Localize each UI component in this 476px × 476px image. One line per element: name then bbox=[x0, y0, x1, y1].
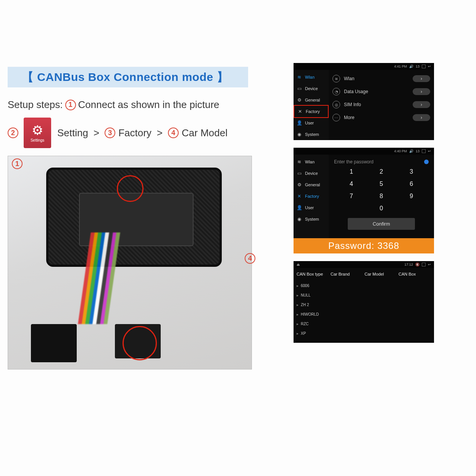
sidebar-item-general[interactable]: ⚙General bbox=[294, 94, 329, 106]
step-marker-1: 1 bbox=[65, 100, 76, 110]
sidebar-item-wlan[interactable]: ≋Wlan bbox=[294, 156, 329, 168]
list-item[interactable]: ▸ZH 2 bbox=[296, 300, 432, 310]
sidebar-item-device[interactable]: ▭Device bbox=[294, 168, 329, 179]
canbox-type-list: ▸6006▸NULL▸ZH 2▸HIWORLD▸RZC▸XP bbox=[294, 279, 434, 343]
device-icon: ▭ bbox=[297, 171, 302, 176]
backspace-icon[interactable] bbox=[424, 160, 429, 164]
step-marker-4: 4 bbox=[168, 127, 179, 138]
separator: > bbox=[94, 127, 99, 139]
more-icon: ⋯ bbox=[332, 114, 340, 121]
tab-car-brand[interactable]: Car Brand bbox=[330, 270, 364, 278]
list-item[interactable]: ▸HIWORLD bbox=[296, 310, 432, 319]
general-icon: ⚙ bbox=[297, 97, 302, 103]
keypad-5[interactable]: 5 bbox=[374, 181, 389, 187]
chevron-right-icon[interactable]: › bbox=[413, 88, 430, 95]
chevron-right-icon[interactable]: › bbox=[413, 114, 430, 121]
wiring-harness-illustration bbox=[78, 232, 152, 324]
sidebar-item-device[interactable]: ▭Device bbox=[294, 83, 329, 94]
keypad-4[interactable]: 4 bbox=[344, 181, 359, 187]
volume-icon: 🔊 bbox=[409, 65, 413, 68]
step4-text: Car Model bbox=[182, 127, 228, 139]
device-icon: ▭ bbox=[297, 86, 302, 91]
confirm-button[interactable]: Confirm bbox=[348, 218, 415, 230]
sidebar-item-user[interactable]: 👤User bbox=[294, 202, 329, 213]
separator: > bbox=[157, 127, 163, 139]
status-badge: 13 bbox=[416, 65, 420, 68]
screenshot-settings-menu: 4:41 PM 🔊 13 ↩ ≋Wlan▭Device⚙General✕Fact… bbox=[294, 63, 434, 140]
step-marker-4-screenshot: 4 bbox=[245, 253, 255, 264]
sidebar-item-label: General bbox=[305, 98, 320, 102]
sidebar-item-label: User bbox=[305, 121, 314, 125]
home-icon[interactable]: ⏏ bbox=[297, 263, 300, 266]
connector-box-1 bbox=[31, 324, 77, 362]
factory-icon: ✕ bbox=[297, 194, 302, 199]
setup-steps-line2: 2 ⚙ Settings Setting > 3 Factory > 4 Car… bbox=[8, 118, 256, 148]
sidebar-item-factory[interactable]: ✕Factory bbox=[294, 190, 329, 202]
status-time: 4:40 PM bbox=[394, 149, 407, 153]
settings-content: ≋Wlan›◔Data Usage›◎SIM Info›⋯More› bbox=[329, 70, 434, 140]
status-time: 4:41 PM bbox=[394, 65, 407, 68]
keypad-9[interactable]: 9 bbox=[404, 193, 419, 200]
row-label: Data Usage bbox=[344, 89, 368, 94]
back-icon[interactable]: ↩ bbox=[428, 149, 431, 153]
keypad-3[interactable]: 3 bbox=[404, 168, 419, 175]
keypad-1[interactable]: 1 bbox=[344, 168, 359, 175]
setup-steps-line1: Setup steps: 1 Connect as shown in the p… bbox=[8, 99, 256, 111]
settings-row-data-usage[interactable]: ◔Data Usage› bbox=[332, 85, 430, 98]
recent-icon[interactable] bbox=[422, 65, 426, 68]
settings-icon-label: Settings bbox=[31, 138, 44, 142]
wlan-icon: ≋ bbox=[297, 74, 302, 80]
keypad-8[interactable]: 8 bbox=[374, 193, 389, 200]
chevron-right-icon[interactable]: › bbox=[413, 101, 430, 108]
sidebar-item-label: System bbox=[305, 217, 319, 221]
tab-car-model[interactable]: Car Model bbox=[364, 270, 398, 278]
chevron-right-icon[interactable]: › bbox=[413, 75, 430, 82]
data-usage-icon: ◔ bbox=[332, 88, 340, 95]
settings-sidebar: ≋Wlan▭Device⚙General✕Factory👤User◉System bbox=[294, 70, 329, 140]
list-item[interactable]: ▸XP bbox=[296, 329, 432, 338]
recent-icon[interactable] bbox=[422, 263, 426, 266]
recent-icon[interactable] bbox=[422, 149, 426, 153]
password-panel: Enter the password 1234567890 Confirm bbox=[329, 155, 434, 238]
sidebar-item-label: Wlan bbox=[305, 160, 315, 164]
keypad-2[interactable]: 2 bbox=[374, 168, 389, 175]
step-marker-3: 3 bbox=[105, 127, 115, 138]
chevron-right-icon: ▸ bbox=[297, 303, 299, 307]
list-item[interactable]: ▸RZC bbox=[296, 319, 432, 329]
settings-row-more[interactable]: ⋯More› bbox=[332, 111, 430, 124]
back-icon[interactable]: ↩ bbox=[428, 65, 431, 68]
sidebar-item-wlan[interactable]: ≋Wlan bbox=[294, 71, 329, 83]
tab-can-box[interactable]: CAN Box bbox=[398, 270, 432, 278]
settings-row-sim-info[interactable]: ◎SIM Info› bbox=[332, 98, 430, 111]
sidebar-item-label: Factory bbox=[305, 194, 319, 198]
sidebar-item-user[interactable]: 👤User bbox=[294, 117, 329, 129]
sim-info-icon: ◎ bbox=[332, 101, 340, 108]
step1-text: Connect as shown in the picture bbox=[78, 99, 219, 111]
keypad-6[interactable]: 6 bbox=[404, 181, 419, 187]
screenshot-canbox-select: ⏏ 17:12 🔇 ↩ CAN Box typeCar BrandCar Mod… bbox=[294, 261, 434, 343]
sidebar-item-system[interactable]: ◉System bbox=[294, 129, 329, 140]
row-label: SIM Info bbox=[344, 102, 361, 107]
keypad-0[interactable]: 0 bbox=[374, 205, 389, 212]
sidebar-item-label: User bbox=[305, 205, 314, 210]
list-item-label: HIWORLD bbox=[301, 312, 319, 316]
keypad-7[interactable]: 7 bbox=[344, 193, 359, 200]
gear-icon: ⚙ bbox=[32, 124, 43, 137]
system-icon: ◉ bbox=[297, 132, 302, 137]
list-item[interactable]: ▸6006 bbox=[296, 281, 432, 290]
tab-can-box-type[interactable]: CAN Box type bbox=[296, 270, 330, 278]
volume-icon: 🔊 bbox=[409, 149, 413, 153]
sidebar-item-system[interactable]: ◉System bbox=[294, 213, 329, 225]
sidebar-item-label: Wlan bbox=[305, 75, 315, 79]
settings-row-wlan[interactable]: ≋Wlan› bbox=[332, 72, 430, 85]
system-icon: ◉ bbox=[297, 216, 302, 222]
password-prompt: Enter the password bbox=[334, 159, 373, 165]
status-bar: 4:40 PM 🔊 13 ↩ bbox=[294, 148, 434, 155]
list-item[interactable]: ▸NULL bbox=[296, 290, 432, 300]
back-icon[interactable]: ↩ bbox=[428, 263, 431, 266]
sidebar-item-general[interactable]: ⚙General bbox=[294, 179, 329, 190]
general-icon: ⚙ bbox=[297, 182, 302, 187]
sidebar-item-factory[interactable]: ✕Factory bbox=[294, 105, 329, 118]
password-banner: Password: 3368 bbox=[294, 238, 434, 253]
status-bar: ⏏ 17:12 🔇 ↩ bbox=[294, 261, 434, 268]
